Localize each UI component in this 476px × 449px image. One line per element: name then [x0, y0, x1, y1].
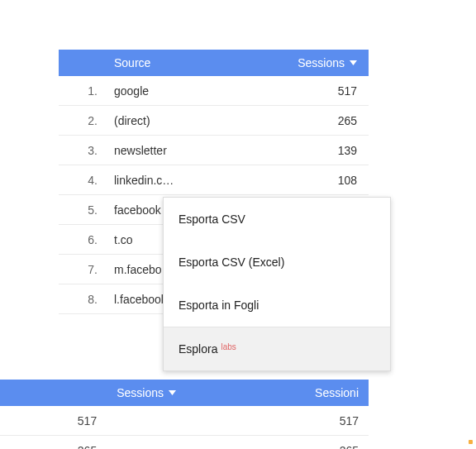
table-header: Source Sessions [59, 50, 369, 76]
table-row[interactable]: 265265 [0, 436, 369, 449]
cell-rank: 6. [59, 233, 112, 246]
cell-sessions-a: 517 [0, 414, 184, 428]
table2-header: Sessions Sessioni [0, 380, 369, 406]
cell-sessions: 108 [278, 174, 369, 187]
cell-rank: 7. [59, 263, 112, 276]
table2-body: 517517265265 [0, 406, 369, 449]
labs-badge: labs [221, 342, 236, 351]
header-sessions[interactable]: Sessions [278, 56, 369, 69]
header-source[interactable]: Source [112, 56, 278, 69]
menu-explore-label: Esplora [178, 342, 217, 356]
menu-export-sheets[interactable]: Esporta in Fogli [164, 284, 390, 327]
cell-rank: 3. [59, 144, 112, 157]
cell-rank: 8. [59, 293, 112, 306]
header-sessions-label: Sessions [298, 56, 345, 69]
cell-sessions-b: 265 [184, 444, 369, 450]
sessions-compare-table: Sessions Sessioni 517517265265 [0, 380, 369, 449]
cell-sessions: 139 [278, 144, 369, 157]
header2-sessions2[interactable]: Sessioni [183, 386, 369, 399]
cell-sessions: 517 [278, 84, 369, 98]
cell-source: linkedin.c… [112, 174, 278, 187]
cell-sessions-a: 265 [0, 444, 184, 450]
export-context-menu: Esporta CSV Esporta CSV (Excel) Esporta … [163, 197, 391, 371]
cell-source: (direct) [112, 114, 278, 127]
cell-source: google [112, 84, 278, 98]
cell-sessions-b: 517 [184, 414, 369, 428]
menu-export-csv[interactable]: Esporta CSV [164, 198, 390, 241]
header2-sessions1[interactable]: Sessions [0, 386, 183, 399]
table-row[interactable]: 517517 [0, 406, 369, 436]
cell-rank: 2. [59, 114, 112, 127]
table-row[interactable]: 2.(direct)265 [59, 106, 369, 136]
header2-sessions1-label: Sessions [117, 386, 164, 399]
menu-explore[interactable]: Esplora labs [164, 327, 390, 370]
cell-sessions: 265 [278, 114, 369, 127]
notification-dot-icon [469, 440, 473, 444]
sort-desc-icon [169, 390, 176, 395]
table-row[interactable]: 1.google517 [59, 76, 369, 106]
cell-source: newsletter [112, 144, 278, 157]
table-row[interactable]: 4.linkedin.c…108 [59, 165, 369, 195]
cell-rank: 1. [59, 84, 112, 98]
cell-rank: 4. [59, 174, 112, 187]
menu-export-csv-excel[interactable]: Esporta CSV (Excel) [164, 241, 390, 284]
cell-rank: 5. [59, 203, 112, 217]
table-row[interactable]: 3.newsletter139 [59, 136, 369, 165]
sort-desc-icon [350, 60, 357, 65]
